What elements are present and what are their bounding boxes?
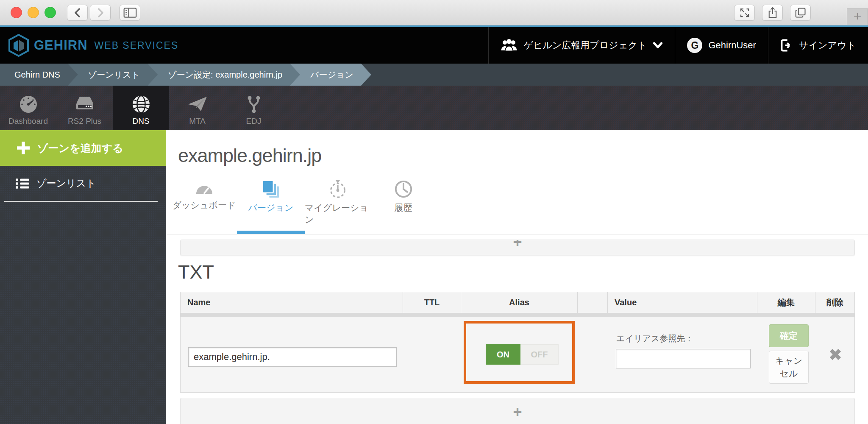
browser-toolbar: +	[0, 0, 868, 25]
share-button[interactable]	[762, 5, 783, 21]
nav-label: Dashboard	[8, 117, 48, 126]
tab-label: バージョン	[248, 202, 294, 214]
sidebar-toggle-icon	[122, 6, 138, 20]
add-record-bar-top[interactable]: +	[180, 240, 855, 255]
confirm-button[interactable]: 確定	[769, 324, 809, 347]
zone-tabs: ダッシュボード バージョン	[166, 177, 868, 234]
add-zone-button[interactable]: ゾーンを追加する	[0, 130, 166, 166]
nav-item-edj[interactable]: EDJ	[225, 86, 282, 130]
globe-icon	[131, 94, 151, 114]
alias-toggle: ON OFF	[486, 344, 559, 365]
alias-off-button[interactable]: OFF	[520, 344, 559, 365]
gehirn-hexagon-icon	[8, 34, 29, 57]
tab-dashboard[interactable]: ダッシュボード	[171, 177, 237, 234]
add-zone-label: ゾーンを追加する	[37, 141, 123, 155]
main-content: example.gehirn.jp ダッシュボード	[166, 130, 868, 424]
nav-item-dashboard[interactable]: Dashboard	[0, 86, 56, 130]
breadcrumb-zone-settings[interactable]: ゾーン設定: example.gehirn.jp	[147, 64, 300, 86]
signout-label: サインアウト	[799, 39, 856, 52]
forward-button[interactable]	[90, 5, 111, 21]
gauge-icon	[18, 94, 39, 114]
signout-icon	[780, 39, 793, 52]
gauge-tab-icon	[195, 179, 214, 196]
forward-chevron-icon	[96, 8, 105, 18]
nav-label: EDJ	[246, 117, 262, 126]
breadcrumb-zone-list[interactable]: ゾーンリスト	[68, 64, 158, 86]
clock-tab-icon	[394, 179, 413, 199]
tab-label: 履歴	[395, 202, 412, 214]
column-header-blank	[578, 292, 608, 313]
nav-item-mta[interactable]: MTA	[169, 86, 225, 130]
tabs-icon	[794, 6, 807, 19]
sidebar: ゾーンを追加する ゾーンリスト	[0, 130, 166, 424]
zone-list-label: ゾーンリスト	[36, 177, 96, 190]
column-header-alias: Alias	[461, 292, 578, 313]
nav-item-dns[interactable]: DNS	[113, 86, 169, 130]
x-icon	[828, 347, 843, 362]
page-title: example.gehirn.jp	[178, 145, 868, 167]
share-icon	[766, 6, 779, 19]
fullscreen-button[interactable]	[734, 5, 755, 21]
layers-tab-icon	[261, 179, 281, 199]
column-header-name: Name	[181, 292, 403, 313]
chevron-down-icon	[653, 42, 663, 49]
plus-icon: +	[513, 240, 522, 250]
brand-name: GEHIRN	[34, 38, 88, 53]
column-header-value: Value	[608, 292, 757, 313]
user-name: GehirnUser	[708, 40, 756, 51]
tab-label: ダッシュボード	[172, 199, 236, 211]
sidebar-item-zone-list[interactable]: ゾーンリスト	[0, 166, 166, 201]
project-name: ゲヒルン広報用プロジェクト	[523, 39, 647, 52]
branch-icon	[244, 94, 264, 114]
user-menu[interactable]: G GehirnUser	[675, 27, 768, 64]
nav-label: RS2 Plus	[68, 117, 101, 126]
nav-item-rs2-plus[interactable]: RS2 Plus	[56, 86, 113, 130]
tab-overview-button[interactable]	[790, 5, 811, 21]
alias-reference-input[interactable]	[616, 349, 751, 368]
column-header-ttl: TTL	[403, 292, 461, 313]
server-icon	[74, 94, 96, 114]
record-name-input[interactable]	[188, 347, 397, 367]
project-selector[interactable]: ゲヒルン広報用プロジェクト	[488, 27, 675, 64]
fullscreen-icon	[738, 6, 751, 19]
breadcrumb-gehirn-dns[interactable]: Gehirn DNS	[0, 64, 78, 86]
brand-logo[interactable]: GEHIRN WEB SERVICES	[8, 34, 178, 57]
table-header-band	[181, 313, 854, 317]
brand-suffix: WEB SERVICES	[95, 40, 179, 51]
window-minimize-button[interactable]	[28, 7, 39, 18]
column-header-delete: 削除	[815, 292, 854, 313]
txt-section-heading: TXT	[178, 261, 868, 283]
txt-record-table: Name TTL Alias Value 編集 削除 ON OFF	[180, 292, 855, 393]
alias-reference-label: エイリアス参照先：	[616, 333, 693, 344]
group-icon	[501, 38, 517, 53]
delete-record-button[interactable]	[828, 347, 843, 363]
paper-plane-icon	[186, 94, 209, 114]
cancel-button[interactable]: キャンセル	[769, 351, 809, 384]
window-zoom-button[interactable]	[45, 7, 56, 18]
breadcrumb-version[interactable]: バージョン	[290, 64, 371, 86]
app-header: GEHIRN WEB SERVICES ゲヒルン広報用プロジェクト G Gehi…	[0, 27, 868, 64]
back-button[interactable]	[67, 5, 88, 21]
window-close-button[interactable]	[11, 7, 22, 18]
back-chevron-icon	[73, 8, 82, 18]
plus-icon: +	[513, 404, 522, 420]
tab-history[interactable]: 履歴	[370, 177, 436, 234]
table-row: ON OFF エイリアス参照先： 確定 キャンセル	[181, 317, 854, 392]
signout-button[interactable]: サインアウト	[768, 27, 868, 64]
table-header: Name TTL Alias Value 編集 削除	[181, 292, 854, 313]
sidebar-divider	[4, 201, 158, 202]
list-icon	[15, 178, 30, 190]
alias-on-button[interactable]: ON	[486, 344, 520, 365]
new-tab-button[interactable]: +	[847, 8, 868, 25]
service-nav: Dashboard RS2 Plus DNS	[0, 86, 868, 130]
nav-label: MTA	[189, 117, 206, 126]
column-header-edit: 編集	[757, 292, 815, 313]
sidebar-toggle-button[interactable]	[120, 5, 140, 21]
screen: + GEHIRN WEB SERVICES ゲヒルン広報用プロジ	[0, 0, 868, 424]
add-record-bar-bottom[interactable]: +	[180, 398, 855, 424]
avatar: G	[687, 38, 702, 53]
tab-version[interactable]: バージョン	[237, 177, 305, 234]
tab-migration[interactable]: マイグレーション	[305, 177, 370, 234]
tab-label: マイグレーション	[305, 202, 370, 226]
nav-label: DNS	[132, 117, 149, 126]
